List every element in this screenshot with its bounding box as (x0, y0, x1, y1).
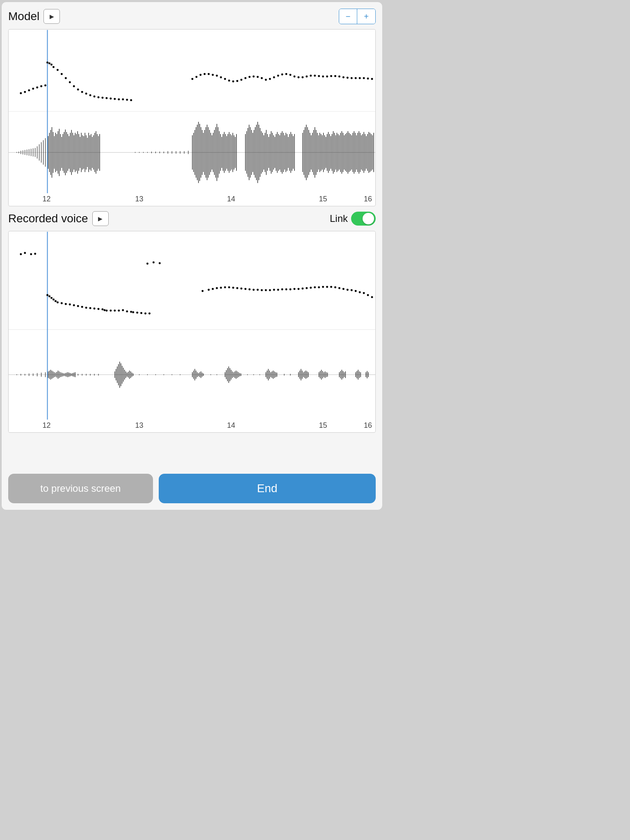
svg-point-56 (285, 73, 287, 75)
svg-point-8 (40, 85, 42, 87)
svg-point-77 (371, 78, 373, 80)
svg-point-4 (24, 91, 26, 93)
svg-point-318 (98, 308, 100, 310)
svg-point-337 (208, 289, 210, 291)
svg-point-376 (367, 294, 369, 296)
svg-point-21 (85, 93, 87, 95)
recorded-header: Recorded voice ▶ Link (8, 211, 376, 226)
svg-text:15: 15 (319, 195, 327, 203)
svg-point-321 (105, 310, 107, 312)
svg-point-17 (69, 81, 71, 83)
prev-screen-button[interactable]: to previous screen (8, 474, 153, 503)
svg-point-309 (61, 302, 63, 304)
svg-text:14: 14 (227, 421, 235, 429)
svg-point-38 (212, 74, 214, 76)
svg-point-34 (195, 76, 197, 78)
svg-text:12: 12 (43, 421, 51, 429)
svg-rect-296 (9, 232, 375, 330)
svg-point-28 (114, 98, 116, 100)
spacer (8, 438, 376, 466)
svg-point-346 (244, 288, 247, 290)
svg-point-64 (318, 75, 320, 77)
svg-text:16: 16 (364, 421, 372, 429)
svg-point-367 (330, 286, 332, 288)
svg-point-322 (110, 310, 112, 312)
svg-point-20 (81, 91, 83, 93)
svg-point-334 (144, 313, 146, 315)
svg-point-41 (224, 78, 226, 80)
svg-point-331 (132, 311, 134, 313)
svg-point-52 (269, 78, 271, 80)
svg-point-356 (285, 288, 287, 290)
svg-text:15: 15 (319, 421, 327, 429)
recorded-play-button[interactable]: ▶ (92, 211, 109, 226)
toggle-knob (363, 213, 374, 224)
svg-point-11 (48, 62, 50, 64)
svg-point-342 (228, 286, 230, 288)
svg-point-54 (277, 75, 279, 77)
svg-point-300 (24, 252, 26, 254)
svg-point-363 (314, 286, 316, 288)
zoom-minus-button[interactable]: − (339, 9, 357, 24)
svg-point-352 (269, 289, 271, 291)
svg-point-339 (216, 287, 218, 289)
end-button[interactable]: End (159, 474, 376, 503)
svg-point-40 (220, 76, 222, 78)
svg-point-42 (228, 80, 230, 82)
svg-point-65 (322, 75, 324, 78)
svg-point-62 (310, 75, 312, 77)
svg-point-74 (359, 77, 361, 79)
svg-point-36 (203, 73, 205, 75)
svg-point-37 (208, 73, 210, 75)
zoom-plus-button[interactable]: + (357, 9, 375, 24)
svg-point-361 (306, 287, 308, 289)
svg-point-375 (363, 292, 365, 294)
svg-point-355 (281, 288, 283, 290)
link-toggle[interactable] (351, 212, 376, 226)
svg-point-299 (20, 253, 22, 255)
svg-text:13: 13 (135, 421, 144, 429)
svg-point-23 (94, 96, 96, 98)
svg-point-19 (77, 89, 79, 91)
svg-point-53 (273, 76, 275, 78)
svg-point-70 (342, 76, 345, 78)
svg-text:14: 14 (227, 195, 235, 203)
svg-text:16: 16 (364, 195, 372, 203)
svg-point-13 (52, 66, 55, 68)
svg-point-15 (61, 73, 63, 75)
svg-point-325 (122, 309, 124, 311)
svg-point-32 (130, 99, 132, 101)
model-header: Model ▶ − + (8, 9, 376, 24)
svg-point-57 (289, 74, 291, 76)
svg-point-368 (334, 286, 336, 288)
svg-point-377 (371, 296, 373, 298)
svg-point-314 (81, 306, 83, 308)
svg-point-6 (32, 88, 34, 90)
svg-point-358 (293, 288, 295, 290)
model-chart: /* generated inline */ (8, 29, 376, 206)
svg-point-12 (50, 64, 52, 66)
svg-point-347 (249, 288, 251, 290)
svg-point-313 (77, 305, 79, 307)
svg-point-7 (36, 87, 38, 89)
bottom-buttons: to previous screen End (8, 470, 376, 503)
svg-point-5 (28, 89, 30, 91)
svg-point-370 (342, 288, 345, 290)
svg-point-76 (367, 78, 369, 80)
svg-point-75 (363, 77, 365, 79)
svg-point-333 (140, 312, 142, 314)
svg-point-328 (159, 262, 161, 264)
svg-point-323 (114, 310, 116, 312)
svg-point-304 (48, 295, 50, 297)
svg-point-51 (265, 79, 267, 81)
model-play-button[interactable]: ▶ (43, 9, 60, 24)
svg-point-329 (126, 310, 128, 313)
svg-point-49 (257, 76, 259, 78)
svg-point-60 (301, 76, 304, 78)
svg-point-362 (310, 287, 312, 289)
svg-point-364 (318, 286, 320, 288)
svg-point-330 (130, 311, 132, 313)
svg-point-18 (73, 85, 75, 87)
svg-point-312 (73, 304, 75, 306)
svg-point-310 (65, 303, 67, 305)
